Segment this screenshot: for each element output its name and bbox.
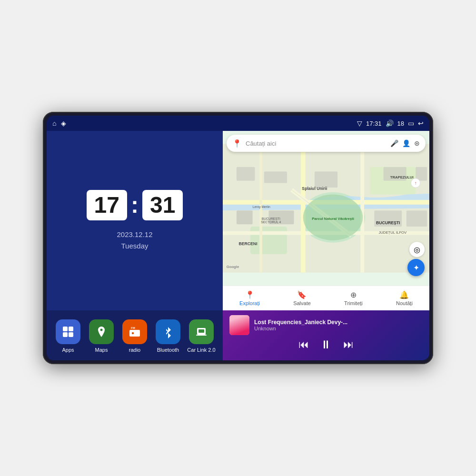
svg-text:Splaiul Unirii: Splaiul Unirii: [302, 186, 327, 191]
svg-text:Leroy Merlin: Leroy Merlin: [253, 206, 270, 209]
next-button[interactable]: ⏭: [343, 339, 354, 350]
music-info-row: Lost Frequencies_Janieck Devy-... Unknow…: [229, 315, 423, 335]
svg-point-13: [203, 334, 205, 335]
clock-colon: :: [131, 194, 139, 217]
date-value: 2023.12.12: [117, 229, 152, 240]
map-nav-explore[interactable]: 📍 Explorați: [239, 290, 260, 306]
layers-icon[interactable]: ⊛: [414, 139, 420, 147]
music-controls: ⏮ ⏸ ⏭: [229, 339, 423, 350]
location-icon: ◈: [61, 119, 66, 127]
svg-text:BUCUREȘTI: BUCUREȘTI: [376, 220, 400, 225]
music-artist: Unknown: [254, 326, 423, 331]
app-item-maps[interactable]: Maps: [87, 319, 116, 353]
svg-rect-7: [135, 333, 138, 334]
clock-minutes: 31: [142, 190, 183, 220]
compass-button[interactable]: ◎: [409, 242, 425, 257]
apps-icon: [56, 319, 80, 344]
map-search-placeholder[interactable]: Căutați aici: [246, 140, 387, 147]
app-item-carlink[interactable]: Car Link 2.0: [187, 319, 216, 353]
radio-label: radio: [129, 347, 140, 353]
clock-section: 17 : 31 2023.12.12 Tuesday: [47, 131, 223, 310]
app-dock: Apps Maps: [47, 310, 223, 360]
user-icon[interactable]: 👤: [402, 139, 410, 147]
svg-text:Google: Google: [227, 265, 239, 269]
main-content: 17 : 31 2023.12.12 Tuesday: [47, 131, 429, 360]
svg-rect-33: [315, 171, 337, 188]
bluetooth-label: Bluetooth: [157, 347, 179, 353]
svg-text:Parcul Natural Văcărești: Parcul Natural Văcărești: [312, 217, 354, 221]
status-left-icons: ⌂ ◈: [52, 119, 66, 127]
svg-rect-10: [198, 329, 204, 333]
explore-label: Explorați: [239, 300, 260, 306]
music-thumbnail: [229, 315, 249, 335]
volume-level: 18: [397, 120, 404, 127]
status-bar: ⌂ ◈ ▽ 17:31 🔊 18 ▭ ↩: [47, 116, 429, 131]
svg-rect-20: [301, 144, 306, 272]
map-search-bar[interactable]: 📍 Căutați aici 🎤 👤 ⊛: [227, 135, 426, 152]
news-label: Noutăți: [396, 300, 413, 306]
app-item-radio[interactable]: FM radio: [120, 319, 149, 353]
svg-rect-0: [63, 327, 68, 331]
saved-label: Salvate: [293, 300, 311, 306]
svg-rect-16: [250, 227, 287, 254]
maps-search-pin-icon: 📍: [232, 139, 242, 148]
map-section[interactable]: Splaiul Unirii Parcul Natural Văcărești …: [223, 131, 429, 286]
album-art: [229, 315, 249, 335]
map-search-actions: 🎤 👤 ⊛: [390, 139, 420, 147]
svg-text:TRAPEZULUI: TRAPEZULUI: [390, 175, 414, 179]
music-thumb-img: [229, 315, 249, 335]
date-display: 2023.12.12 Tuesday: [117, 229, 152, 252]
svg-text:BERCENI: BERCENI: [239, 241, 258, 246]
svg-point-5: [131, 332, 134, 335]
radio-icon: FM: [122, 319, 147, 344]
map-bottom-nav: 📍 Explorați 🔖 Salvate ⊕ Trimiteți 🔔 Nout…: [223, 286, 429, 310]
svg-text:FM: FM: [131, 327, 135, 329]
svg-rect-26: [264, 171, 287, 183]
battery-icon: ▭: [408, 119, 414, 127]
maps-icon: [89, 319, 114, 344]
maps-label: Maps: [95, 347, 108, 353]
home-icon: ⌂: [52, 119, 56, 127]
prev-button[interactable]: ⏮: [298, 339, 309, 350]
svg-text:↑: ↑: [415, 180, 417, 186]
volume-icon: 🔊: [386, 119, 394, 127]
day-value: Tuesday: [117, 240, 152, 252]
send-icon: ⊕: [350, 290, 357, 299]
clock-hours: 17: [87, 190, 127, 220]
send-label: Trimiteți: [344, 300, 363, 306]
svg-rect-25: [237, 167, 255, 181]
svg-text:SECTORUL 4: SECTORUL 4: [261, 220, 281, 224]
status-right-icons: ▽ 17:31 🔊 18 ▭ ↩: [357, 119, 424, 127]
play-pause-button[interactable]: ⏸: [320, 339, 332, 350]
back-icon[interactable]: ↩: [418, 119, 424, 127]
left-panel: 17 : 31 2023.12.12 Tuesday: [47, 131, 223, 360]
voice-search-icon[interactable]: 🎤: [390, 139, 398, 147]
svg-text:JUDEȚUL ILFOV: JUDEȚUL ILFOV: [378, 230, 407, 235]
svg-rect-2: [63, 332, 68, 337]
app-item-bluetooth[interactable]: Bluetooth: [154, 319, 182, 353]
map-nav-send[interactable]: ⊕ Trimiteți: [344, 290, 363, 306]
device-frame: ⌂ ◈ ▽ 17:31 🔊 18 ▭ ↩ 17 :: [43, 112, 433, 364]
news-icon: 🔔: [399, 290, 409, 299]
saved-icon: 🔖: [297, 290, 307, 299]
app-item-apps[interactable]: Apps: [54, 319, 82, 353]
svg-rect-11: [196, 335, 207, 336]
svg-rect-30: [407, 210, 427, 227]
navigate-icon: ✦: [413, 263, 419, 272]
svg-rect-6: [135, 331, 139, 332]
carlink-icon: [189, 319, 214, 344]
map-nav-saved[interactable]: 🔖 Salvate: [293, 290, 311, 306]
status-time: 17:31: [366, 120, 382, 127]
right-panel: Splaiul Unirii Parcul Natural Văcărești …: [223, 131, 429, 360]
music-player: Lost Frequencies_Janieck Devy-... Unknow…: [223, 310, 429, 360]
signal-icon: ▽: [357, 119, 362, 127]
music-title: Lost Frequencies_Janieck Devy-...: [254, 319, 423, 326]
location-button[interactable]: ✦: [407, 259, 425, 276]
map-nav-news[interactable]: 🔔 Noutăți: [396, 290, 413, 306]
svg-rect-28: [237, 210, 253, 224]
carlink-label: Car Link 2.0: [187, 347, 215, 353]
svg-rect-1: [69, 327, 73, 331]
explore-icon: 📍: [245, 290, 255, 299]
device-screen: ⌂ ◈ ▽ 17:31 🔊 18 ▭ ↩ 17 :: [47, 116, 429, 360]
music-text: Lost Frequencies_Janieck Devy-... Unknow…: [254, 319, 423, 331]
